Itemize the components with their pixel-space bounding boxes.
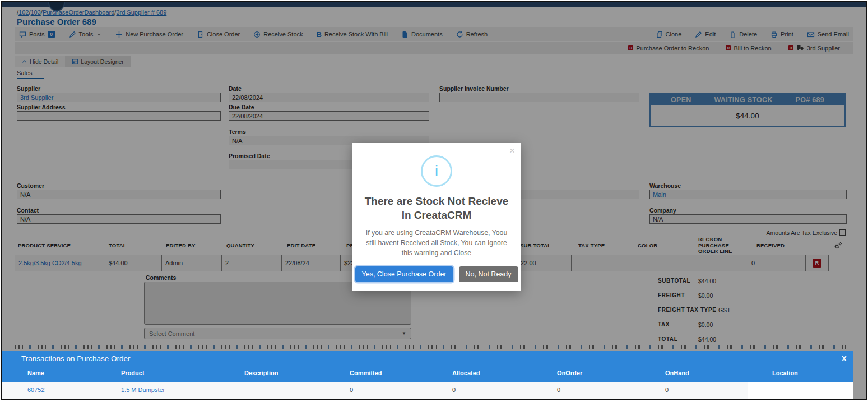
col-allocated: Allocated <box>452 370 480 376</box>
transaction-onorder: 0 <box>557 386 560 393</box>
transactions-panel-title: Transactions on Purchase Order <box>21 354 131 363</box>
screenshot-root: /102/103/PurchaseOrderDashboard/3rd Supp… <box>0 0 868 401</box>
col-committed: Committed <box>350 370 382 376</box>
dialog-buttons: Yes, Close Purchase Order No, Not Ready <box>355 266 518 282</box>
transactions-panel: Transactions on Purchase Order X Name Pr… <box>2 351 853 399</box>
yes-close-purchase-order-button[interactable]: Yes, Close Purchase Order <box>355 266 453 282</box>
col-onhand: OnHand <box>665 370 689 376</box>
location-cell <box>748 382 853 399</box>
transaction-name-link[interactable]: 60752 <box>27 386 45 393</box>
transaction-allocated: 0 <box>452 386 456 393</box>
stock-warning-dialog: × i There are Stock Not Recieve in Creat… <box>352 143 521 291</box>
info-icon: i <box>421 155 452 187</box>
dialog-title: There are Stock Not Recieve in CreataCRM <box>360 195 513 222</box>
dialog-close-icon[interactable]: × <box>509 145 515 156</box>
transaction-row: 60752 1.5 M Dumpster 0 0 0 0 <box>2 382 853 399</box>
col-description: Description <box>244 370 278 376</box>
col-onorder: OnOrder <box>557 370 582 376</box>
transaction-onhand: 0 <box>665 386 669 393</box>
transactions-panel-close-button[interactable]: X <box>842 354 847 363</box>
transaction-product-link[interactable]: 1.5 M Dumpster <box>121 386 165 393</box>
app-window: /102/103/PurchaseOrderDashboard/3rd Supp… <box>2 2 866 399</box>
col-location: Location <box>772 370 798 376</box>
col-name: Name <box>27 370 44 376</box>
transaction-committed: 0 <box>350 386 353 393</box>
dialog-message: If you are using CreataCRM Warehouse, Yo… <box>364 228 509 258</box>
col-product: Product <box>121 370 145 376</box>
no-not-ready-button[interactable]: No, Not Ready <box>459 266 518 282</box>
